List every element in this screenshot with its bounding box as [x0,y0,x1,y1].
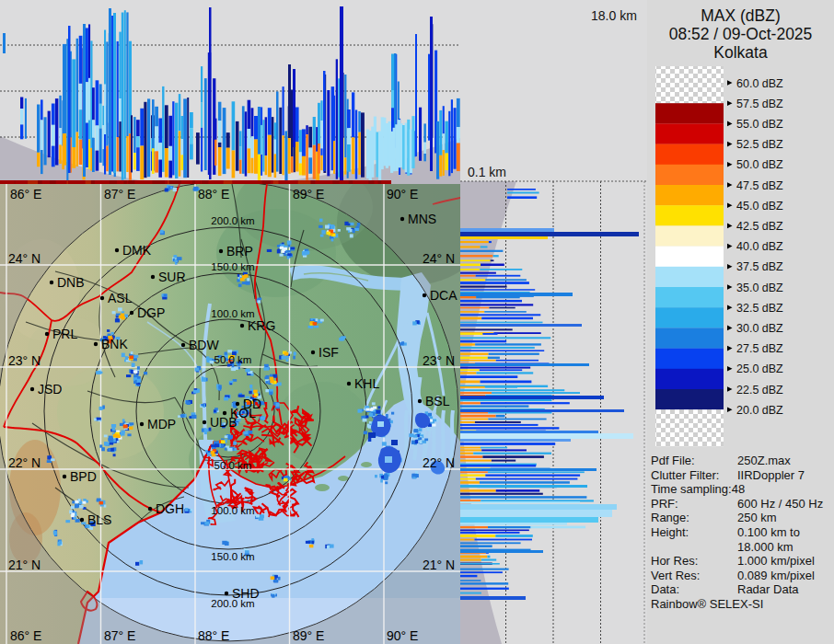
svg-text:40.0 dBZ: 40.0 dBZ [736,240,783,253]
svg-text:86° E: 86° E [10,628,41,643]
svg-text:DMK: DMK [122,243,152,258]
svg-text:47.5 dBZ: 47.5 dBZ [736,179,783,192]
svg-text:57.5 dBZ: 57.5 dBZ [736,98,783,110]
svg-text:21° N: 21° N [423,558,455,572]
svg-text:BSL: BSL [425,394,450,408]
svg-text:100.0 km: 100.0 km [211,308,254,319]
svg-text:88° E: 88° E [198,628,229,643]
svg-text:MNS: MNS [408,212,436,226]
svg-text:200.0 km: 200.0 km [211,215,254,226]
svg-text:52.5 dBZ: 52.5 dBZ [736,138,783,151]
svg-text:27.5 dBZ: 27.5 dBZ [736,342,783,355]
svg-text:23° N: 23° N [423,353,455,368]
svg-text:UDB: UDB [210,415,237,430]
svg-text:25.0 dBZ: 25.0 dBZ [736,362,783,375]
svg-text:88° E: 88° E [198,187,229,201]
svg-text:42.5 dBZ: 42.5 dBZ [736,220,783,233]
svg-text:BLS: BLS [87,512,111,527]
svg-text:87° E: 87° E [104,187,135,201]
svg-text:20.0 dBZ: 20.0 dBZ [736,404,783,417]
svg-text:37.5 dBZ: 37.5 dBZ [736,260,783,273]
svg-text:24° N: 24° N [8,251,41,266]
svg-text:35.0 dBZ: 35.0 dBZ [736,282,783,294]
svg-text:ASL: ASL [108,291,133,305]
svg-text:55.0 dBZ: 55.0 dBZ [736,118,783,131]
svg-text:90° E: 90° E [387,187,418,201]
svg-text:100.0 km: 100.0 km [211,505,254,516]
svg-text:150.0 km: 150.0 km [211,261,254,272]
svg-text:23° N: 23° N [8,353,41,368]
svg-text:200.0 km: 200.0 km [211,598,254,609]
svg-text:90° E: 90° E [387,628,418,643]
svg-text:89° E: 89° E [293,628,324,643]
svg-text:DNB: DNB [57,275,85,290]
svg-text:BPD: BPD [70,469,97,484]
svg-text:MDP: MDP [147,417,176,431]
svg-text:60.0 dBZ: 60.0 dBZ [736,77,783,90]
svg-text:24° N: 24° N [423,251,455,266]
svg-text:BDW: BDW [189,338,219,352]
svg-text:KRG: KRG [248,318,275,333]
svg-text:DCA: DCA [430,288,458,303]
svg-text:21° N: 21° N [8,558,41,572]
svg-text:22° N: 22° N [423,455,455,470]
svg-text:22° N: 22° N [8,455,41,470]
svg-text:32.5 dBZ: 32.5 dBZ [736,302,783,315]
svg-text:150.0 km: 150.0 km [211,551,254,562]
svg-text:50.0 km: 50.0 km [214,460,252,471]
svg-text:DGH: DGH [156,501,184,516]
svg-text:50.0 dBZ: 50.0 dBZ [736,158,783,171]
svg-text:DGP: DGP [137,305,165,320]
svg-text:86° E: 86° E [10,187,41,201]
svg-text:30.0 dBZ: 30.0 dBZ [736,322,783,335]
svg-text:89° E: 89° E [293,187,324,201]
svg-text:ISF: ISF [319,345,339,360]
svg-text:JSD: JSD [38,382,62,397]
svg-text:KHL: KHL [354,376,379,391]
svg-text:SUR: SUR [158,270,186,284]
svg-text:BRP: BRP [226,244,253,259]
svg-text:45.0 dBZ: 45.0 dBZ [736,200,783,213]
svg-text:BNK: BNK [101,337,128,351]
svg-text:22.5 dBZ: 22.5 dBZ [736,384,783,397]
svg-text:50.0 km: 50.0 km [214,354,252,365]
svg-text:PRL: PRL [52,327,77,341]
svg-text:87° E: 87° E [104,628,135,643]
